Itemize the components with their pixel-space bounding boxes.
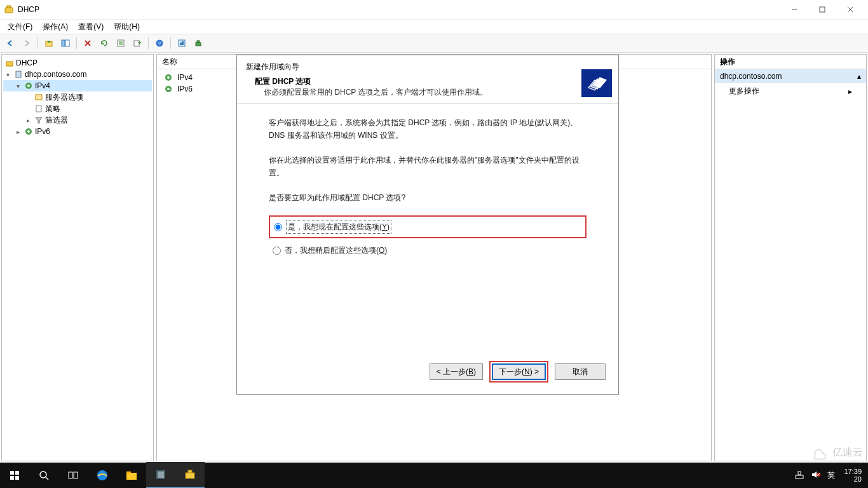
minimize-button[interactable] [780, 0, 808, 19]
actions-more-link[interactable]: 更多操作 ▸ [715, 83, 866, 99]
help-button[interactable]: ? [152, 36, 167, 51]
back-button[interactable]: < 上一步(B) [430, 363, 483, 380]
menu-help[interactable]: 帮助(H) [109, 20, 145, 34]
svg-rect-46 [186, 473, 194, 478]
tree-node-server[interactable]: dhcp.contoso.com [3, 69, 152, 80]
network-icon[interactable] [794, 470, 804, 482]
taskbar-explorer[interactable] [117, 463, 146, 488]
svg-rect-0 [5, 8, 13, 13]
export-button[interactable] [130, 36, 145, 51]
search-button[interactable] [29, 463, 58, 488]
actions-context[interactable]: dhcp.contoso.com ▴ [715, 69, 866, 83]
wizard-title: 新建作用域向导 [246, 62, 609, 72]
list-label: IPv6 [177, 85, 193, 93]
tree-label: dhcp.contoso.com [25, 70, 86, 79]
actions-header: 操作 [715, 55, 866, 69]
action-button-2[interactable] [191, 36, 206, 51]
tree-node-dhcp[interactable]: DHCP [3, 57, 152, 69]
tree-label: DHCP [16, 58, 37, 67]
ipv4-icon [163, 72, 173, 83]
tree-label: IPv6 [35, 127, 50, 136]
action-button-1[interactable] [174, 36, 189, 51]
tree-node-server-options[interactable]: 服务器选项 [3, 92, 152, 103]
taskbar-server-manager[interactable] [146, 462, 175, 488]
svg-rect-34 [15, 471, 19, 475]
list-pane: 名称 IPv4 IPv6 新建作用域向导 配置 DHCP 选项 你必须配置最常用… [156, 54, 712, 461]
toolbar: ? [0, 34, 868, 53]
wizard-subtitle-desc: 你必须配置最常用的 DHCP 选项之后，客户端才可以使用作用域。 [246, 87, 609, 98]
policy-icon [34, 104, 44, 114]
task-view-button[interactable] [58, 463, 88, 488]
column-name: 名称 [162, 57, 177, 67]
tree-node-filters[interactable]: 筛选器 [3, 114, 152, 126]
expand-toggle[interactable] [24, 117, 32, 124]
sound-muted-icon[interactable] [811, 470, 821, 482]
system-tray[interactable]: 英 17:39 20 [790, 468, 868, 483]
refresh-button[interactable] [97, 36, 112, 51]
tree-node-policies[interactable]: 策略 [3, 103, 152, 114]
svg-rect-20 [197, 41, 200, 43]
svg-rect-15 [134, 41, 139, 46]
svg-rect-1 [7, 6, 11, 8]
svg-rect-36 [15, 476, 19, 480]
properties-button[interactable] [113, 36, 128, 51]
svg-rect-21 [6, 62, 13, 66]
tree-node-ipv6[interactable]: IPv6 [3, 126, 152, 137]
clock-date: 20 [844, 475, 862, 483]
delete-button[interactable] [80, 36, 95, 51]
expand-toggle[interactable] [3, 71, 12, 78]
svg-rect-42 [126, 473, 137, 480]
wizard-header: 新建作用域向导 配置 DHCP 选项 你必须配置最常用的 DHCP 选项之后，客… [237, 55, 618, 104]
radio-configure-later[interactable]: 否，我想稍后配置这些选项(O) [269, 241, 587, 260]
actions-more-label: 更多操作 [729, 86, 759, 97]
svg-rect-8 [65, 40, 69, 46]
radio-configure-now[interactable]: 是，我想现在配置这些选项(Y) [269, 215, 587, 238]
dhcp-icon [4, 58, 15, 68]
options-icon [34, 92, 44, 102]
expand-toggle[interactable] [13, 128, 22, 135]
svg-rect-19 [196, 43, 201, 46]
close-button[interactable] [836, 0, 864, 19]
svg-rect-25 [36, 95, 42, 100]
maximize-button[interactable] [808, 0, 836, 19]
taskbar[interactable]: 英 17:39 20 [0, 463, 868, 488]
taskbar-dhcp[interactable] [175, 462, 205, 488]
svg-point-32 [167, 88, 170, 90]
menu-action[interactable]: 操作(A) [37, 20, 73, 34]
wizard-paragraph-2: 你在此选择的设置将适用于此作用域，并替代你在此服务器的"服务器选项"文件夹中配置… [269, 154, 587, 180]
tree-label: IPv4 [35, 81, 50, 90]
start-button[interactable] [0, 463, 29, 488]
svg-rect-22 [16, 71, 21, 78]
tree-label: 筛选器 [45, 115, 68, 126]
toolbar-separator [37, 37, 38, 49]
svg-rect-3 [820, 7, 825, 12]
nav-back-button[interactable] [3, 36, 18, 51]
toolbar-separator [170, 37, 171, 49]
ipv6-icon [24, 126, 34, 137]
scope-tree[interactable]: DHCP dhcp.contoso.com IPv4 服务器选项 [2, 55, 153, 140]
menu-file[interactable]: 文件(F) [3, 20, 37, 34]
radio-no-input[interactable] [273, 247, 281, 255]
app-icon [4, 4, 14, 15]
menu-view[interactable]: 查看(V) [73, 20, 109, 34]
tree-node-ipv4[interactable]: IPv4 [3, 80, 152, 92]
next-button[interactable]: 下一步(N) > [492, 363, 546, 380]
svg-rect-39 [69, 472, 72, 478]
ime-indicator[interactable]: 英 [827, 470, 835, 481]
nav-forward-button[interactable] [19, 36, 34, 51]
svg-point-24 [27, 85, 30, 87]
actions-context-label: dhcp.contoso.com [720, 72, 782, 81]
svg-rect-33 [10, 471, 14, 475]
show-hide-tree-button[interactable] [58, 36, 73, 51]
expand-toggle[interactable] [13, 83, 22, 90]
svg-line-38 [46, 477, 48, 480]
actions-pane: 操作 dhcp.contoso.com ▴ 更多操作 ▸ [714, 54, 867, 461]
cancel-button[interactable]: 取消 [555, 363, 606, 380]
up-button[interactable] [41, 36, 57, 51]
taskbar-clock[interactable]: 17:39 20 [841, 468, 864, 483]
radio-no-label: 否，我想稍后配置这些选项(O) [285, 244, 387, 257]
radio-yes-input[interactable] [274, 223, 282, 231]
toolbar-separator [76, 37, 77, 49]
chevron-right-icon: ▸ [848, 87, 852, 96]
taskbar-ie[interactable] [88, 463, 117, 488]
